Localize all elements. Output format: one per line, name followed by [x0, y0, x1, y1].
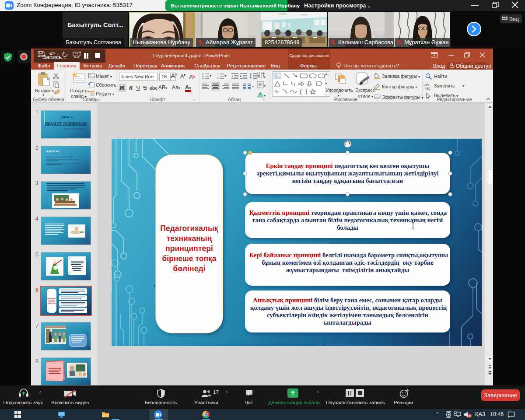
svg-text:ПЕДАГОГ ТЕХНИКАСЫ: ПЕДАГОГ ТЕХНИКАСЫ: [45, 122, 87, 126]
svg-text:▾: ▾: [264, 84, 266, 88]
svg-text:ac: ac: [426, 86, 430, 90]
svg-text:Педагогикалық: Педагогикалық: [47, 298, 56, 299]
svg-text:А: А: [189, 74, 193, 80]
svg-text:ДӘРІС 4.: ДӘРІС 4.: [60, 116, 73, 119]
svg-text:▾: ▾: [264, 75, 266, 79]
svg-text:бірнеше топқа: бірнеше топқа: [48, 303, 56, 304]
svg-text:1: 1: [217, 73, 219, 76]
svg-text:ЖОСПАР:: ЖОСПАР:: [46, 150, 60, 153]
svg-text:принциптері: принциптері: [48, 301, 55, 303]
svg-text:техниканың: техниканың: [48, 300, 55, 301]
svg-text:2: 2: [217, 77, 219, 79]
svg-text:ОРЫНДАҒАН: НЫҒЫМАНОВА Н.: ОРЫНДАҒАН: НЫҒЫМАНОВА Н.: [63, 128, 87, 130]
